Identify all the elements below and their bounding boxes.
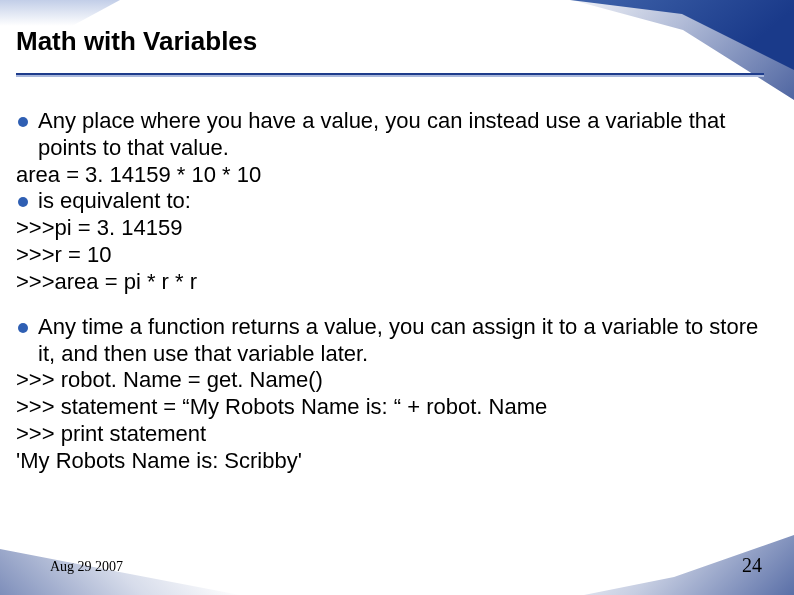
code-line: area = 3. 14159 * 10 * 10 (16, 162, 768, 189)
block-2: Any time a function returns a value, you… (16, 314, 768, 475)
bullet-dot-icon (18, 197, 28, 207)
code-line: >>>area = pi * r * r (16, 269, 768, 296)
code-line: >>> statement = “My Robots Name is: “ + … (16, 394, 768, 421)
bullet-item: Any time a function returns a value, you… (16, 314, 768, 368)
bullet-item: is equivalent to: (16, 188, 768, 215)
decor-top-left (0, 0, 120, 26)
content-area: Any place where you have a value, you ca… (16, 108, 768, 493)
block-1: Any place where you have a value, you ca… (16, 108, 768, 296)
bullet-item: Any place where you have a value, you ca… (16, 108, 768, 162)
bullet-text: Any time a function returns a value, you… (38, 314, 768, 368)
code-line: >>> robot. Name = get. Name() (16, 367, 768, 394)
code-line: >>>r = 10 (16, 242, 768, 269)
bullet-dot-icon (18, 323, 28, 333)
footer-date: Aug 29 2007 (50, 559, 123, 575)
code-line: >>> print statement (16, 421, 768, 448)
title-area: Math with Variables (16, 26, 764, 77)
code-line: >>>pi = 3. 14159 (16, 215, 768, 242)
bullet-dot-icon (18, 117, 28, 127)
slide: Math with Variables Any place where you … (0, 0, 794, 595)
title-rule (16, 73, 764, 77)
bullet-text: Any place where you have a value, you ca… (38, 108, 768, 162)
code-line: 'My Robots Name is: Scribby' (16, 448, 768, 475)
slide-title: Math with Variables (16, 26, 764, 57)
bullet-text: is equivalent to: (38, 188, 768, 215)
page-number: 24 (742, 554, 762, 577)
